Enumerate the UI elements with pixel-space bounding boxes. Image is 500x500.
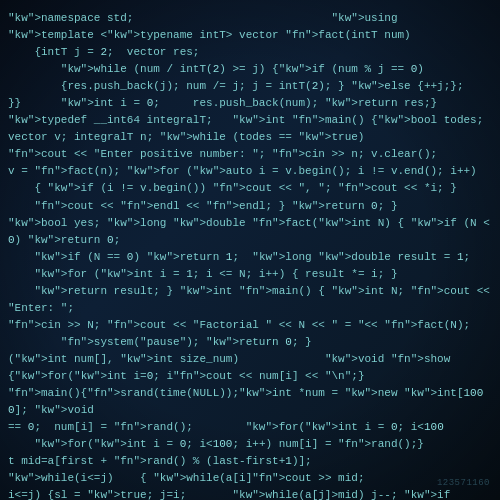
code-line: { "kw">if (i != v.begin()) "fn">cout << … (8, 180, 492, 197)
code-container: "kw">namespace std; "kw">using"kw">templ… (0, 0, 500, 500)
code-line: }} "kw">int i = 0; res.push_back(num); "… (8, 95, 492, 112)
code-line: "kw">typedef __int64 integralT; "kw">int… (8, 112, 492, 129)
code-line: "kw">while (num / intT(2) >= j) {"kw">if… (8, 61, 492, 78)
code-line: "kw">return result; } "kw">int "fn">main… (8, 283, 492, 317)
code-display: "kw">namespace std; "kw">using"kw">templ… (8, 10, 492, 500)
code-line: {"kw">for("kw">int i=0; i"fn">cout << nu… (8, 368, 492, 385)
code-line: "kw">bool yes; "kw">long "kw">double "fn… (8, 215, 492, 249)
code-line: {res.push_back(j); num /= j; j = intT(2)… (8, 78, 492, 95)
code-line: "fn">main(){"fn">srand(time(NULL));"kw">… (8, 385, 492, 419)
code-line: i<=j) {sl = "kw">true; j=i; "kw">while(a… (8, 487, 492, 500)
code-line: "kw">if (N == 0) "kw">return 1; "kw">lon… (8, 249, 492, 266)
code-line: "kw">while(i<=j) { "kw">while(a[i]"fn">c… (8, 470, 492, 487)
code-line: ("kw">int num[], "kw">int size_num) "kw"… (8, 351, 492, 368)
code-line: "kw">for ("kw">int i = 1; i <= N; i++) {… (8, 266, 492, 283)
code-line: "fn">cout << "Enter positive number: "; … (8, 146, 492, 163)
code-line: "fn">cin >> N; "fn">cout << "Factorial "… (8, 317, 492, 334)
code-line: "kw">namespace std; "kw">using (8, 10, 492, 27)
code-line: "fn">cout << "fn">endl << "fn">endl; } "… (8, 198, 492, 215)
code-line: == 0; num[i] = "fn">rand(); "kw">for("kw… (8, 419, 492, 436)
code-line: "kw">template <"kw">typename intT> vecto… (8, 27, 492, 44)
code-line: vector v; integralT n; "kw">while (todes… (8, 129, 492, 146)
code-line: "fn">system("pause"); "kw">return 0; } (8, 334, 492, 351)
watermark: 123571160 (437, 478, 490, 488)
code-line: v = "fn">fact(n); "kw">for ("kw">auto i … (8, 163, 492, 180)
code-line: {intT j = 2; vector res; (8, 44, 492, 61)
code-line: t mid=a[first + "fn">rand() % (last-firs… (8, 453, 492, 470)
code-line: "kw">for("kw">int i = 0; i<100; i++) num… (8, 436, 492, 453)
